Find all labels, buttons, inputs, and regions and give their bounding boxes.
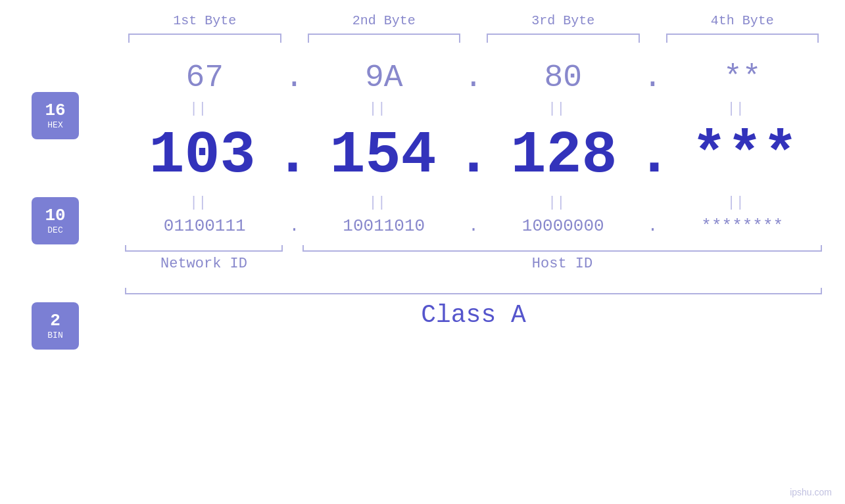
bin-badge-num: 2 [50, 311, 60, 331]
dec-dot3: . [637, 122, 672, 189]
dec-dot1: . [275, 122, 310, 189]
equals-6: || [369, 195, 386, 211]
host-id-label: Host ID [302, 256, 822, 272]
byte1-header: 1st Byte [125, 13, 285, 34]
watermark: ipshu.com [790, 487, 832, 497]
hex-dot3: . [643, 60, 662, 95]
network-id-text: Network ID [160, 256, 247, 272]
hex-byte1: 67 [185, 60, 224, 95]
byte4-header: 4th Byte [663, 13, 823, 34]
bin-badge-label: BIN [47, 331, 62, 340]
bin-byte4: ******** [701, 216, 783, 236]
equals-4: || [727, 101, 744, 117]
equals-row-2: || || || || [118, 195, 815, 211]
bin-byte1: 01100111 [164, 216, 246, 236]
dec-values-row: 103 . 154 . 128 . *** [125, 122, 822, 189]
hex-byte3: 80 [544, 60, 582, 95]
bin-values-row: 01100111 . 10011010 . 10000000 . *******… [125, 216, 822, 236]
hex-dot2: . [464, 60, 483, 95]
bin-dot1: . [289, 216, 300, 236]
hex-badge-num: 16 [45, 101, 65, 120]
equals-2: || [369, 101, 386, 117]
hex-badge-label: HEX [47, 120, 62, 130]
byte3-header: 3rd Byte [483, 13, 643, 34]
class-label: Class A [421, 301, 526, 329]
bin-byte3: 10000000 [522, 216, 604, 236]
bottom-bracket-row [125, 241, 822, 252]
grid-wrapper: 1st Byte 2nd Byte 3rd Byte 4th Byte [118, 13, 829, 329]
hex-values-row: 67 . 9A . 80 . ** [125, 60, 822, 95]
equals-1: || [189, 101, 206, 117]
bin-dot3: . [648, 216, 658, 236]
bin-byte2: 10011010 [343, 216, 425, 236]
byte-headers: 1st Byte 2nd Byte 3rd Byte 4th Byte [125, 13, 822, 34]
bin-dot2: . [468, 216, 479, 236]
class-label-row: Class A [125, 301, 822, 329]
dec-badge: 10 DEC [32, 197, 79, 244]
byte2-header: 2nd Byte [304, 13, 464, 34]
big-bracket [125, 284, 822, 294]
equals-3: || [548, 101, 565, 117]
dec-byte3: 128 [510, 122, 617, 189]
hex-byte4: ** [723, 60, 761, 95]
dec-badge-num: 10 [45, 206, 65, 225]
badge-column: 16 HEX 10 DEC 2 BIN [32, 92, 79, 350]
top-bracket-row [125, 34, 822, 47]
equals-8: || [727, 195, 744, 211]
network-id-label: Network ID [125, 256, 283, 272]
equals-row-1: || || || || [118, 101, 815, 117]
dec-byte2: 154 [329, 122, 436, 189]
equals-5: || [189, 195, 206, 211]
id-labels-row: Network ID Host ID [125, 256, 822, 272]
host-id-text: Host ID [532, 256, 592, 272]
dec-badge-label: DEC [47, 225, 62, 235]
dec-byte1: 103 [149, 122, 255, 189]
dec-dot2: . [456, 122, 491, 189]
equals-7: || [548, 195, 565, 211]
dec-byte4: *** [691, 122, 798, 189]
hex-byte2: 9A [365, 60, 403, 95]
bin-badge: 2 BIN [32, 302, 79, 350]
hex-badge: 16 HEX [32, 92, 79, 139]
main-container: 16 HEX 10 DEC 2 BIN 1st Byte 2nd Byte 3r… [0, 0, 845, 504]
hex-dot1: . [285, 60, 304, 95]
